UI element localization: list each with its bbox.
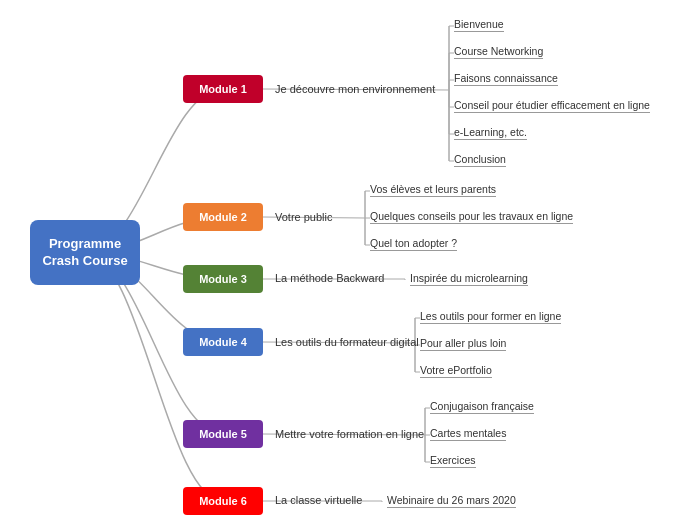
leaf-label-4-3: Votre ePortfolio <box>420 364 492 378</box>
module-node-4[interactable]: Module 4 <box>183 328 263 356</box>
central-node[interactable]: Programme Crash Course <box>30 220 140 285</box>
leaf-label-2-2: Quelques conseils pour les travaux en li… <box>370 210 573 224</box>
module-node-1[interactable]: Module 1 <box>183 75 263 103</box>
branch-label-2: Votre public <box>275 211 332 223</box>
leaf-label-1-2: Course Networking <box>454 45 543 59</box>
module-node-6[interactable]: Module 6 <box>183 487 263 515</box>
leaf-label-1-1: Bienvenue <box>454 18 504 32</box>
leaf-label-5-3: Exercices <box>430 454 476 468</box>
branch-label-1: Je découvre mon environnement <box>275 83 435 95</box>
leaf-label-3-1: Inspirée du microlearning <box>410 272 528 286</box>
leaf-label-1-4: Conseil pour étudier efficacement en lig… <box>454 99 650 113</box>
branch-label-6: La classe virtuelle <box>275 494 362 506</box>
branch-label-4: Les outils du formateur digital <box>275 336 419 348</box>
leaf-label-1-3: Faisons connaissance <box>454 72 558 86</box>
leaf-label-2-1: Vos élèves et leurs parents <box>370 183 496 197</box>
leaf-label-1-5: e-Learning, etc. <box>454 126 527 140</box>
leaf-label-1-6: Conclusion <box>454 153 506 167</box>
leaf-label-4-2: Pour aller plus loin <box>420 337 506 351</box>
leaf-label-4-1: Les outils pour former en ligne <box>420 310 561 324</box>
module-node-2[interactable]: Module 2 <box>183 203 263 231</box>
module-node-3[interactable]: Module 3 <box>183 265 263 293</box>
leaf-label-2-3: Quel ton adopter ? <box>370 237 457 251</box>
branch-label-5: Mettre votre formation en ligne <box>275 428 424 440</box>
leaf-label-5-2: Cartes mentales <box>430 427 506 441</box>
mind-map: Programme Crash Course Module 1Je découv… <box>0 0 696 520</box>
module-node-5[interactable]: Module 5 <box>183 420 263 448</box>
leaf-label-5-1: Conjugaison française <box>430 400 534 414</box>
leaf-label-6-1: Webinaire du 26 mars 2020 <box>387 494 516 508</box>
branch-label-3: La méthode Backward <box>275 272 384 284</box>
